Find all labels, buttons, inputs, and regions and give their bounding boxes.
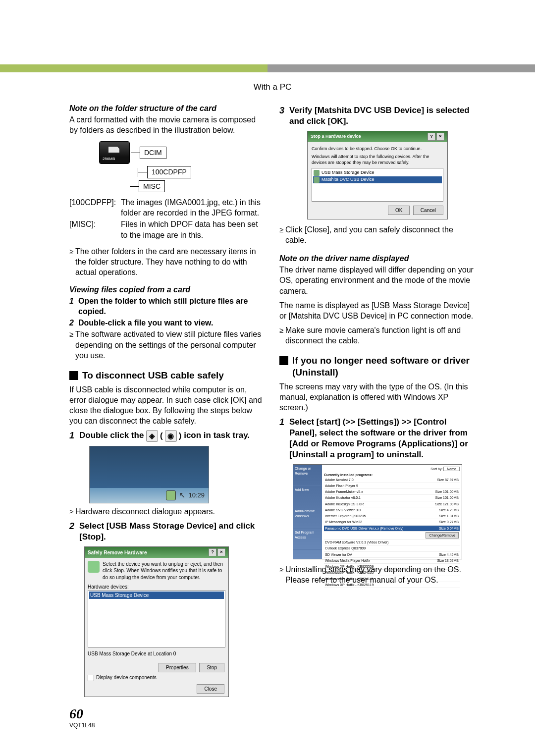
stop-hardware-dialog: Stop a Hardware device ?× Confirm device… xyxy=(307,131,448,219)
def-100cdpfp: [100CDPFP]: The images (IMGA0001.jpg, et… xyxy=(69,197,266,218)
folder-note-body: A card formatted with the movie camera i… xyxy=(69,114,266,135)
device-location: USB Mass Storage Device at Location 0 xyxy=(88,650,225,657)
tray-icon xyxy=(166,490,176,500)
display-components-checkbox[interactable] xyxy=(88,675,94,681)
cancel-button[interactable]: Cancel xyxy=(413,206,443,215)
close-icon[interactable]: × xyxy=(436,133,444,141)
program-row[interactable]: DVD-RAM software V2.0.3 (Video Driver) xyxy=(324,540,460,545)
program-row[interactable]: IP Messenger for Win32Size 0.27MB xyxy=(324,519,460,525)
installed-programs-label: Currently installed programs: xyxy=(324,473,460,477)
dialog-instruction: Select the device you want to unplug or … xyxy=(103,561,225,581)
list-item[interactable]: Matshita DVC USB Device xyxy=(321,177,374,183)
safely-remove-dialog: Safely Remove Hardware ?× Select the dev… xyxy=(84,546,229,697)
section-header: With a PC xyxy=(69,82,476,92)
ok-button[interactable]: OK xyxy=(388,206,410,215)
folder-note-heading: Note on the folder structure of the card xyxy=(69,103,266,113)
program-row[interactable]: Adobe FrameMaker v5.xSize 101.00MB xyxy=(324,489,460,495)
program-row[interactable]: Outlook Express Q837009 xyxy=(324,545,460,551)
uninstall-os-note: Uninstalling steps may vary depending on… xyxy=(285,564,476,585)
list-item[interactable]: USB Mass Storage Device xyxy=(321,170,374,176)
safely-remove-alt-icon: ◉ xyxy=(165,430,177,442)
driver-p2: The name is displayed as [USB Mass Stora… xyxy=(279,300,476,321)
sd-card-icon: 256MB xyxy=(99,141,130,164)
drive-icon xyxy=(314,177,320,183)
page-number: 60 xyxy=(69,706,476,722)
step-verify-matshita: Verify [Matshita DVC USB Device] is sele… xyxy=(289,105,476,127)
step-double-click-tray: Double click the ◈ ( ◉ ) icon in task tr… xyxy=(79,430,266,442)
hardware-devices-label: Hardware devices: xyxy=(88,584,225,590)
stop-button[interactable]: Stop xyxy=(199,663,224,672)
folder-100cdpfp: 100CDPFP xyxy=(147,166,191,178)
document-code: VQT1L48 xyxy=(69,722,476,729)
sort-select[interactable]: Name xyxy=(443,467,460,471)
close-button[interactable]: Close xyxy=(197,684,224,694)
viewing-heading: Viewing files copied from a card xyxy=(69,284,266,295)
step-select-usb-stop: Select [USB Mass Storage Device] and cli… xyxy=(79,521,266,542)
stop-dialog-title: Stop a Hardware device xyxy=(311,134,361,140)
stop-device-list[interactable]: USB Mass Storage Device Matshita DVC USB… xyxy=(312,168,443,202)
sidebar-tab[interactable]: Add/Remove Windows xyxy=(293,507,322,529)
stop-confirm-text: Confirm devices to be stopped. Choose OK… xyxy=(312,146,443,152)
def-misc: [MISC]: Files in which DPOF data has bee… xyxy=(69,219,266,240)
driver-name-heading: Note on the driver name displayed xyxy=(279,253,476,264)
dialog-title: Safely Remove Hardware xyxy=(88,549,147,556)
program-row[interactable]: Adobe InDesign CS 3.0RSize 121.00MB xyxy=(324,501,460,507)
sort-by-label: Sort by: xyxy=(430,467,442,471)
folder-misc: MISC xyxy=(139,180,165,192)
tray-pointer-icon: ↖ xyxy=(179,490,185,500)
usb-icon xyxy=(314,170,320,176)
program-row[interactable]: Adobe Illustrator v8.0.1Size 101.00MB xyxy=(324,495,460,501)
dialog-usb-icon xyxy=(88,561,100,573)
stop-attempt-text: Windows will attempt to stop the followi… xyxy=(312,154,443,166)
display-components-label: Display device components xyxy=(96,675,157,680)
other-folders-note: The other folders in the card are necess… xyxy=(69,246,266,277)
step-open-folder: Open the folder to which still picture f… xyxy=(78,296,266,317)
right-column: 3 Verify [Matshita DVC USB Device] is se… xyxy=(279,101,476,697)
sd-folder-diagram: 256MB DCIM 100CDPFP MISC xyxy=(99,141,266,192)
square-bullet-icon xyxy=(69,371,78,380)
driver-p1: The driver name displayed will differ de… xyxy=(279,265,476,296)
step-double-click: Double-click a file you want to view. xyxy=(78,318,266,328)
uninstall-paragraph: The screens may vary with the type of th… xyxy=(279,381,476,413)
square-bullet-icon xyxy=(279,356,288,365)
program-row[interactable]: Adobe SVG Viewer 3.0Size 4.29MB xyxy=(324,507,460,513)
help-icon[interactable]: ? xyxy=(428,133,435,141)
uninstall-step-1: Select [start] (>> [Settings]) >> [Contr… xyxy=(289,417,476,460)
program-row[interactable]: Adobe Flash Player 9 xyxy=(324,483,460,489)
sd-capacity: 256MB xyxy=(103,157,115,162)
viewing-note: The software activated to view still pic… xyxy=(75,329,266,360)
program-row[interactable]: Windows Media Player HotfixSize 18.52MB xyxy=(324,558,460,564)
left-column: Note on the folder structure of the card… xyxy=(69,101,266,697)
sidebar-tab[interactable]: Set Program Access xyxy=(293,529,322,550)
program-row[interactable]: Internet Explorer Q903235Size 1.31MB xyxy=(324,513,460,519)
hw-disconnect-appears: Hardware disconnect dialogue appears. xyxy=(75,506,266,517)
folder-dcim: DCIM xyxy=(140,147,166,159)
hardware-device-list[interactable]: USB Mass Storage Device xyxy=(88,590,225,648)
close-icon[interactable]: × xyxy=(217,548,225,556)
uninstall-heading: If you no longer need software or driver… xyxy=(279,355,476,378)
help-icon[interactable]: ? xyxy=(209,548,216,556)
change-remove-button[interactable]: Change/Remove xyxy=(426,532,459,539)
list-item[interactable]: USB Mass Storage Device xyxy=(89,592,224,599)
taskbar-screenshot: ↖ 10:29 xyxy=(89,446,209,503)
disconnect-heading: To disconnect USB cable safely xyxy=(69,370,266,381)
program-row[interactable]: Adobe Acrobat 7.0Size 87.97MB xyxy=(324,477,460,483)
tray-clock: 10:29 xyxy=(188,491,205,499)
click-close-note: Click [Close], and you can safely discon… xyxy=(285,224,476,245)
safely-remove-icon: ◈ xyxy=(146,430,158,442)
properties-button[interactable]: Properties xyxy=(159,663,196,672)
add-remove-programs-screenshot: Change or Remove Add New Add/Remove Wind… xyxy=(293,464,462,559)
program-row[interactable]: SD Viewer for DVSize 4.45MB xyxy=(324,552,460,558)
sidebar-tab[interactable]: Change or Remove xyxy=(293,465,322,486)
program-row-highlighted[interactable]: Panasonic DVC USB Driver Ver.x.x (Remove… xyxy=(324,526,460,532)
disconnect-light-note: Make sure movie camera's function light … xyxy=(285,325,476,346)
disconnect-body: If USB cable is disconnected while compu… xyxy=(69,384,266,426)
sidebar-tab[interactable]: Add New xyxy=(293,486,322,507)
